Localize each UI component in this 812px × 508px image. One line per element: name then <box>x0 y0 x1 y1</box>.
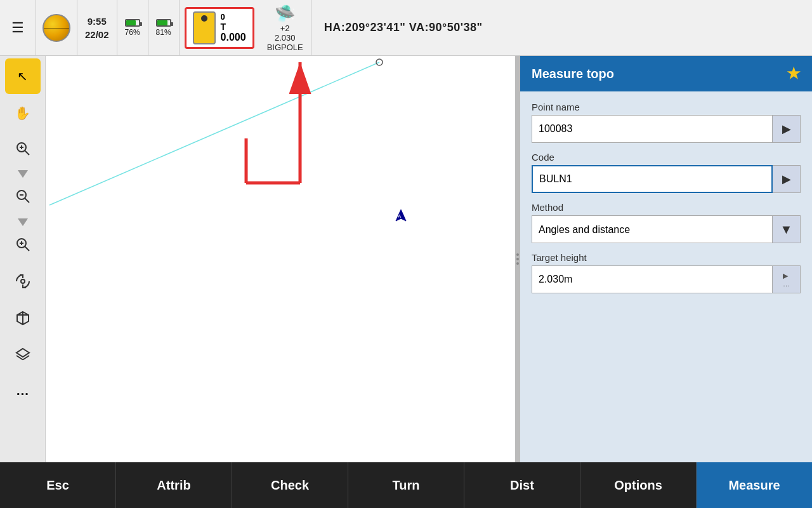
panel-body: Point name ▶ Code ▶ Method Angle <box>520 91 812 304</box>
method-row: Angles and distance Horizontal distance … <box>532 215 801 243</box>
check-button[interactable]: Check <box>232 462 348 508</box>
drone-vals: +2 2.030 BIGPOLE <box>267 23 303 52</box>
zoom-fit-icon <box>15 237 30 256</box>
device-val: 0.000 <box>221 32 246 43</box>
device-label: 0 <box>221 12 225 22</box>
target-height-field: Target height ▶… <box>532 252 801 293</box>
zoom-in-icon <box>15 141 30 159</box>
options-button[interactable]: Options <box>580 462 697 508</box>
method-chevron-icon[interactable]: ▼ <box>773 215 801 243</box>
svg-line-8 <box>25 246 29 251</box>
point-marker: A <box>395 208 407 226</box>
svg-line-5 <box>25 198 29 203</box>
main-content: ↖ ✋ <box>0 56 812 462</box>
battery2-display: 81% <box>148 0 180 55</box>
dist-button[interactable]: Dist <box>464 462 580 508</box>
drone-val: 2.030 <box>267 33 303 43</box>
resize-dot-2 <box>516 258 519 260</box>
globe-button[interactable] <box>36 0 77 55</box>
hand-tool[interactable]: ✋ <box>5 95 41 131</box>
time-display: 9:55 <box>85 15 109 28</box>
point-name-input[interactable] <box>532 115 773 143</box>
layers-icon <box>15 347 30 366</box>
menu-button[interactable]: ☰ <box>0 0 36 55</box>
target-height-input[interactable] <box>532 265 773 293</box>
point-name-row: ▶ <box>532 115 801 143</box>
zoom-in-tool[interactable] <box>5 132 41 168</box>
globe-icon <box>43 14 70 42</box>
zoom-out-tool[interactable] <box>5 180 41 216</box>
battery2-bar <box>156 19 171 27</box>
code-next-button[interactable]: ▶ <box>773 165 801 193</box>
toolbar-divider-2 <box>18 218 28 226</box>
device-t: T <box>221 22 226 32</box>
ha-va-display: HA:209°23'41" VA:90°50'38" <box>311 0 812 55</box>
point-name-label: Point name <box>532 102 801 112</box>
right-panel: Measure topo ★ Point name ▶ Code ▶ <box>520 56 812 462</box>
method-field: Method Angles and distance Horizontal di… <box>532 202 801 243</box>
ha-va-text: HA:209°23'41" VA:90°50'38" <box>324 21 483 34</box>
battery1-bar <box>125 19 140 27</box>
method-select[interactable]: Angles and distance Horizontal distance … <box>532 215 773 243</box>
code-field: Code ▶ <box>532 152 801 193</box>
turn-button[interactable]: Turn <box>348 462 464 508</box>
drone-icon: 🛸 <box>275 4 295 23</box>
panel-header: Measure topo ★ <box>520 56 812 91</box>
esc-button[interactable]: Esc <box>0 462 116 508</box>
battery1-display: 76% <box>117 0 148 55</box>
svg-point-11 <box>21 279 25 283</box>
measure-button[interactable]: Measure <box>697 462 812 508</box>
target-height-options-button[interactable]: ▶… <box>773 265 801 293</box>
battery2-fill <box>157 20 167 25</box>
cursor-icon: ↖ <box>17 69 28 84</box>
battery1-percent: 76% <box>125 28 140 37</box>
battery2-percent: 81% <box>156 28 171 37</box>
svg-point-18 <box>376 59 383 65</box>
target-height-label: Target height <box>532 252 801 263</box>
toolbar-divider-1 <box>18 170 28 178</box>
method-label: Method <box>532 202 801 213</box>
device-icon <box>193 11 216 44</box>
date-display: 22/02 <box>85 28 109 41</box>
map-canvas[interactable]: A <box>46 56 515 462</box>
drone-name: BIGPOLE <box>267 43 303 52</box>
map-svg <box>46 56 515 462</box>
time-date-display: 9:55 22/02 <box>77 0 117 55</box>
svg-line-17 <box>49 62 379 205</box>
hand-icon: ✋ <box>15 105 30 121</box>
code-label: Code <box>532 152 801 163</box>
3d-tool[interactable] <box>5 302 41 338</box>
resize-dot-3 <box>516 262 519 265</box>
more-icon: ⋯ <box>16 386 30 401</box>
3d-icon <box>15 311 30 330</box>
device-values: 0 T 0.000 <box>221 12 246 43</box>
svg-line-1 <box>25 150 29 155</box>
cursor-tool[interactable]: ↖ <box>5 58 41 94</box>
point-name-field: Point name ▶ <box>532 102 801 143</box>
more-tool[interactable]: ⋯ <box>5 376 41 411</box>
target-height-row: ▶… <box>532 265 801 293</box>
drone-display: 🛸 +2 2.030 BIGPOLE <box>259 0 311 55</box>
panel-title: Measure topo <box>532 67 614 81</box>
attrib-button[interactable]: Attrib <box>116 462 232 508</box>
left-toolbar: ↖ ✋ <box>0 56 46 462</box>
resize-handle[interactable] <box>515 56 520 462</box>
layers-tool[interactable] <box>5 339 41 375</box>
code-input[interactable] <box>532 165 773 193</box>
favorite-star-icon[interactable]: ★ <box>787 65 801 83</box>
svg-text:A: A <box>398 213 402 219</box>
device-box[interactable]: 0 T 0.000 <box>185 7 254 49</box>
drone-plus: +2 <box>280 23 290 33</box>
battery1-fill <box>126 20 136 25</box>
hamburger-icon: ☰ <box>11 20 24 36</box>
rotate-icon <box>15 274 30 293</box>
zoom-fit-tool[interactable] <box>5 229 41 264</box>
code-row: ▶ <box>532 165 801 193</box>
rotate-tool[interactable] <box>5 265 41 301</box>
top-bar: ☰ 9:55 22/02 76% 81% 0 T 0.000 <box>0 0 812 56</box>
bottom-bar: Esc Attrib Check Turn Dist Options Measu… <box>0 462 812 508</box>
point-name-next-button[interactable]: ▶ <box>773 115 801 143</box>
zoom-out-icon <box>15 189 30 208</box>
svg-marker-14 <box>16 349 29 357</box>
resize-dot-1 <box>516 253 519 256</box>
